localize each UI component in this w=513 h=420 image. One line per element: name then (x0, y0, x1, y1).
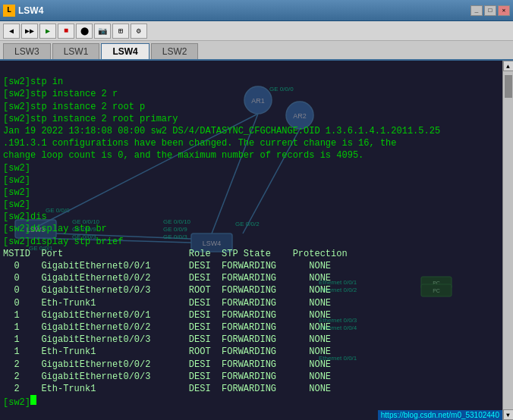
terminal-output: [sw2]stp in [sw2]stp instance 2 r [sw2]s… (3, 64, 499, 420)
tab-lsw4[interactable]: LSW4 (101, 43, 149, 59)
topology-button[interactable]: ⊞ (112, 24, 129, 39)
forward-button[interactable]: ▶▶ (21, 24, 38, 39)
main-area: AR1 AR2 LSW3 LSW4 GE 0/0/0 GE 0/0/0 GE 0… (0, 61, 513, 420)
minimize-button[interactable]: _ (471, 5, 483, 16)
snapshot-button[interactable]: 📷 (94, 24, 111, 39)
line-1: [sw2]stp in [sw2]stp instance 2 r [sw2]s… (3, 77, 440, 408)
play-button[interactable]: ▶ (39, 24, 56, 39)
maximize-button[interactable]: □ (484, 5, 496, 16)
window-title: LSW4 (18, 5, 471, 16)
scroll-down-button[interactable]: ▼ (503, 409, 514, 420)
record-button[interactable]: ⬤ (76, 24, 93, 39)
window-controls: _ □ ✕ (471, 5, 510, 16)
tab-bar: LSW3 LSW1 LSW4 LSW2 (0, 41, 513, 61)
title-bar: L LSW4 _ □ ✕ (0, 0, 513, 21)
back-button[interactable]: ◀ (3, 24, 20, 39)
close-button[interactable]: ✕ (498, 5, 510, 16)
stop-button[interactable]: ■ (58, 24, 74, 39)
scroll-thumb[interactable] (505, 75, 512, 98)
terminal-cursor (30, 395, 36, 405)
terminal[interactable]: AR1 AR2 LSW3 LSW4 GE 0/0/0 GE 0/0/0 GE 0… (0, 61, 502, 420)
scrollbar[interactable]: ▲ ▼ (502, 61, 513, 420)
tab-lsw1[interactable]: LSW1 (52, 43, 100, 59)
scroll-track[interactable] (504, 71, 513, 409)
app-icon: L (3, 5, 15, 17)
tab-lsw3[interactable]: LSW3 (3, 43, 51, 59)
toolbar: ◀ ▶▶ ▶ ■ ⬤ 📷 ⊞ ⚙ (0, 21, 513, 41)
tab-lsw2[interactable]: LSW2 (151, 43, 199, 59)
scroll-up-button[interactable]: ▲ (503, 61, 514, 71)
settings-button[interactable]: ⚙ (131, 24, 147, 39)
